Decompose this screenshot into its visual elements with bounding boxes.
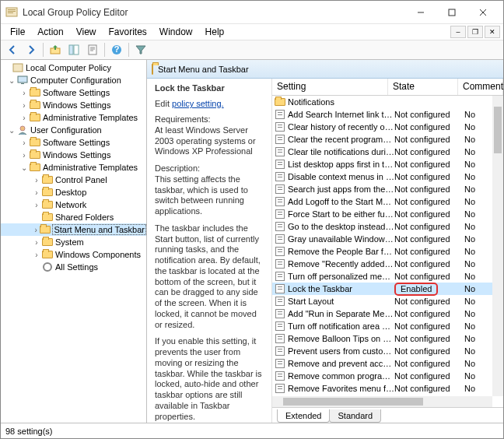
list-row[interactable]: Add "Run in Separate Memory...Not config… [272, 307, 503, 320]
policy-item-icon [274, 146, 286, 157]
path-label: Start Menu and Taskbar [158, 65, 249, 74]
vertical-scrollbar[interactable] [492, 96, 503, 396]
back-button[interactable] [4, 41, 21, 58]
expand-icon[interactable]: › [19, 151, 29, 160]
collapse-icon[interactable]: ⌄ [7, 126, 16, 135]
list-row[interactable]: Remove and prevent access to...Not confi… [272, 357, 503, 370]
tree-item[interactable]: Windows Settings [43, 100, 110, 110]
policy-item-icon [274, 358, 286, 369]
list-row[interactable]: Start LayoutNot configuredNo [272, 295, 503, 307]
user-icon [16, 125, 29, 135]
list-row[interactable]: Go to the desktop instead of St...Not co… [272, 220, 503, 233]
horizontal-scrollbar[interactable] [272, 396, 492, 407]
collapse-icon[interactable]: ⌄ [19, 163, 29, 172]
edit-policy-link[interactable]: policy setting. [172, 99, 224, 108]
list-row[interactable]: Search just apps from the App...Not conf… [272, 183, 503, 195]
list-row[interactable]: Add Logoff to the Start MenuNot configur… [272, 195, 503, 208]
list-row[interactable]: Clear tile notifications during l...Not … [272, 146, 503, 158]
list-row[interactable]: Disable context menus in the S...Not con… [272, 170, 503, 183]
tab-extended[interactable]: Extended [277, 409, 330, 423]
list-row[interactable]: Remove common program gr...Not configure… [272, 370, 503, 382]
tree-root[interactable]: Local Computer Policy [26, 63, 111, 72]
col-setting[interactable]: Setting [272, 79, 388, 95]
col-state[interactable]: State [388, 79, 458, 95]
expand-icon[interactable]: › [19, 114, 29, 122]
list-row[interactable]: Lock the TaskbarEnabledNo [272, 283, 503, 295]
show-hide-tree-button[interactable] [65, 41, 82, 58]
tree-item[interactable]: Windows Settings [43, 150, 110, 160]
tree-item[interactable]: Software Settings [43, 138, 110, 147]
tree-user-config[interactable]: User Configuration [30, 125, 102, 135]
list-row[interactable]: Remove "Recently added" list f...Not con… [272, 258, 503, 270]
mdi-minimize-button[interactable]: – [450, 26, 466, 38]
mdi-restore-button[interactable]: ❐ [467, 26, 483, 38]
expand-icon[interactable]: › [19, 139, 29, 147]
list-rows[interactable]: NotificationsAdd Search Internet link to… [272, 96, 503, 407]
menu-file[interactable]: File [4, 25, 31, 39]
up-button[interactable] [47, 41, 64, 58]
list-row[interactable]: Remove the People Bar from t...Not confi… [272, 245, 503, 258]
list-row[interactable]: Turn off personalized menusNot configure… [272, 270, 503, 283]
tree-item[interactable]: Control Panel [55, 175, 107, 184]
policy-item-icon [274, 134, 286, 145]
col-comment[interactable]: Comment [458, 79, 503, 95]
list-row[interactable]: Add Search Internet link to Sta...Not co… [272, 108, 503, 121]
tree-item[interactable]: Windows Components [55, 250, 141, 259]
properties-button[interactable] [84, 41, 101, 58]
scrollbar-thumb[interactable] [494, 107, 502, 153]
scrollbar-thumb[interactable] [283, 398, 423, 406]
tree-item[interactable]: Software Settings [43, 88, 110, 97]
help-button[interactable]: ? [108, 41, 125, 58]
tree-item[interactable]: Network [55, 200, 86, 209]
minimize-button[interactable] [405, 1, 436, 24]
expand-icon[interactable]: › [32, 176, 41, 184]
menu-favorites[interactable]: Favorites [103, 25, 153, 39]
list-row[interactable]: Remove Favorites menu from ...Not config… [272, 382, 503, 395]
svg-rect-9 [69, 45, 73, 54]
list-row[interactable]: Gray unavailable Windows Inst...Not conf… [272, 233, 503, 245]
list-row[interactable]: Clear history of recently opene...Not co… [272, 121, 503, 133]
list-row[interactable]: Remove Balloon Tips on Start ...Not conf… [272, 332, 503, 345]
list-folder-row[interactable]: Notifications [272, 96, 503, 108]
policy-item-icon [274, 283, 286, 294]
menu-window[interactable]: Window [153, 25, 199, 39]
mdi-close-button[interactable]: ✕ [485, 26, 500, 38]
menu-help[interactable]: Help [199, 25, 231, 39]
collapse-icon[interactable]: ⌄ [7, 76, 16, 85]
tab-standard[interactable]: Standard [329, 409, 381, 423]
setting-state: Not configured [394, 297, 464, 306]
svg-text:?: ? [114, 44, 120, 54]
menu-view[interactable]: View [70, 25, 103, 39]
expand-icon[interactable]: › [32, 251, 41, 259]
tree-item[interactable]: Desktop [55, 188, 86, 197]
tree-item[interactable]: Shared Folders [55, 212, 114, 222]
tree-item-selected[interactable]: Start Menu and Taskbar [52, 224, 146, 235]
list-row[interactable]: Prevent users from customizin...Not conf… [272, 345, 503, 357]
policy-item-icon [274, 221, 286, 232]
list-row[interactable]: Force Start to be either full scr...Not … [272, 208, 503, 220]
list-row[interactable]: Turn off notification area clean...Not c… [272, 320, 503, 332]
tree-item[interactable]: All Settings [55, 262, 98, 272]
expand-icon[interactable]: › [19, 101, 29, 110]
expand-icon[interactable]: › [32, 226, 40, 234]
tree-item[interactable]: Administrative Templates [43, 113, 138, 122]
expand-icon[interactable]: › [32, 201, 41, 209]
selected-policy-title: Lock the Taskbar [155, 83, 265, 93]
expand-icon[interactable]: › [32, 188, 41, 197]
tree-computer-config[interactable]: Computer Configuration [30, 76, 121, 85]
setting-name: Add Logoff to the Start Menu [288, 197, 394, 206]
forward-button[interactable] [23, 41, 40, 58]
list-row[interactable]: List desktop apps first in the A...Not c… [272, 158, 503, 170]
filter-button[interactable] [132, 41, 149, 58]
close-button[interactable] [467, 1, 499, 24]
tree-item[interactable]: System [55, 237, 84, 247]
setting-name: Turn off notification area clean... [288, 321, 394, 331]
maximize-button[interactable] [436, 1, 467, 24]
expand-icon[interactable]: › [19, 89, 29, 97]
expand-icon[interactable]: › [32, 238, 41, 247]
list-row[interactable]: Clear the recent programs list f...Not c… [272, 133, 503, 146]
folder-icon [29, 87, 41, 98]
nav-tree[interactable]: Local Computer Policy ⌄Computer Configur… [1, 60, 147, 423]
tree-admin-templates[interactable]: Administrative Templates [43, 163, 138, 172]
menu-action[interactable]: Action [31, 25, 69, 39]
